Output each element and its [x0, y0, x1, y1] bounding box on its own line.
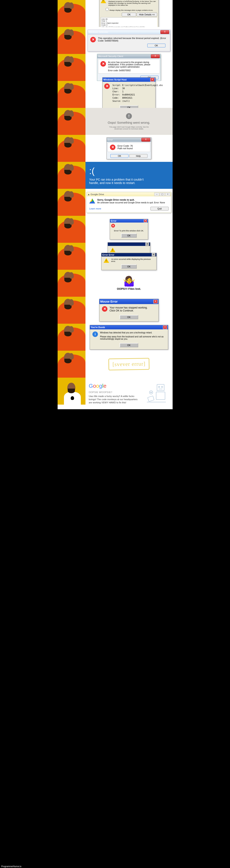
row-ie: Internet Explorer × Problems with this W… [58, 0, 173, 27]
drake-no [58, 270, 85, 297]
bsod-face: :( [89, 166, 144, 176]
pane-google: Google OOPSIE WOOPSIE!! Uwu We made a fu… [85, 378, 173, 409]
printok-ok-button[interactable]: OK [121, 234, 137, 238]
meme-container: Internet Explorer × Problems with this W… [58, 0, 173, 409]
oops-heading: Oops! Something went wrong. [106, 121, 152, 124]
err76-titlebar: Error X [107, 137, 151, 142]
svg-rect-0 [157, 384, 164, 391]
bsod-line1: Your PC ran into a problem that it could… [89, 178, 144, 181]
drake-yes [58, 378, 85, 405]
gdrive-text: An unknown issue occurred and Google Dri… [97, 202, 169, 204]
defender-text: This operation returned because the time… [98, 37, 168, 42]
mouse-close-icon[interactable]: × [153, 300, 157, 304]
drake-no [58, 54, 85, 81]
crayon-text: [svever errur] [108, 358, 149, 370]
pane-bsod: :( Your PC ran into a problem that it co… [85, 162, 173, 189]
oops-sub: This page didn't load Google Maps correc… [106, 126, 152, 130]
row-mouse: Mouse Error × ✕ Your mouse has stopped w… [58, 297, 173, 324]
info-icon: i [92, 332, 98, 337]
row-wsh: Windows Script Host × ✕ Script:E:\script… [58, 81, 173, 108]
gdrive-quit-button[interactable]: Quit [150, 207, 169, 211]
row-bsod: :( Your PC ran into a problem that it co… [58, 162, 173, 189]
svg-rect-1 [156, 392, 165, 400]
shrug-emoji-icon: 🤷‍♀️ [117, 276, 141, 286]
google-logo: Google [89, 383, 140, 389]
msec-title: Microsoft Security Client [98, 55, 123, 58]
errerr-text: An error occurred while displaying the p… [111, 258, 154, 262]
drake-no [58, 216, 85, 243]
gdrive-close-icon[interactable]: × [165, 193, 170, 196]
row-defender: Windows Defender X ✕ This operation retu… [58, 27, 173, 54]
drake-no [58, 297, 85, 324]
gdrive-heading: Sorry, Google Drive needs to quit. [97, 198, 169, 201]
drake-no [58, 27, 85, 54]
drake-no [58, 81, 85, 108]
row-dumb: You're Dumb × i Windows has detected tha… [58, 324, 173, 351]
mouse-ok-button[interactable]: OK [120, 315, 138, 319]
row-shrug: 🤷‍♀️ OOPS!!! Files lost. [58, 270, 173, 297]
exclaim-icon: ! [126, 113, 132, 119]
drake-no [58, 108, 85, 135]
msec-close-icon[interactable]: X [151, 54, 160, 58]
shrug-text: OOPS!!! Files lost. [117, 287, 141, 290]
drake-no [58, 0, 85, 27]
pane-ie: Internet Explorer × Problems with this W… [85, 0, 173, 27]
err76-help-button[interactable]: Help [130, 154, 147, 158]
row-errerr: × Error Error × An error occurred while … [58, 243, 173, 270]
pane-mouse: Mouse Error × ✕ Your mouse has stopped w… [85, 297, 173, 324]
drake-no [58, 324, 85, 351]
wsh-close-icon[interactable]: × [150, 78, 154, 82]
pane-errerr: × Error Error × An error occurred while … [85, 243, 173, 270]
dumb-titlebar: You're Dumb × [90, 325, 168, 329]
err76-close-icon[interactable]: X [141, 138, 150, 142]
ie-text: Problems with this Web page might preven… [108, 0, 157, 6]
err76-ok-button[interactable]: OK [110, 154, 128, 158]
mouse-titlebar: Mouse Error × [99, 299, 159, 304]
google-text: Uwu We made a fucky wucky!! A wittle fuc… [89, 395, 140, 404]
wsh-titlebar: Windows Script Host × [103, 78, 155, 82]
dumb-close-icon[interactable]: × [163, 326, 167, 329]
ie-ok-button[interactable]: OK [122, 13, 136, 17]
gdrive-max-icon[interactable]: ▢ [160, 193, 165, 196]
err76-msg: Path not found [118, 147, 133, 150]
pane-shrug: 🤷‍♀️ OOPS!!! Files lost. [85, 270, 173, 297]
err76-code: Error Code: 76 [118, 145, 133, 147]
printok-titlebar: Error × [110, 219, 148, 222]
msec-titlebar: Microsoft Security Client X [97, 54, 161, 58]
drake-no [58, 351, 85, 378]
drake-no [58, 162, 85, 189]
svg-point-3 [162, 386, 163, 388]
errerr-ok-button[interactable]: OK [121, 265, 137, 269]
google-heading: OOPSIE WOOPSIE!! [89, 391, 140, 394]
error-icon: ✕ [102, 306, 107, 312]
drake-no [58, 189, 85, 216]
svg-rect-4 [147, 396, 154, 401]
error-icon: ✕ [111, 224, 115, 227]
errerr-back-close[interactable]: × [145, 243, 149, 246]
printok-text: Error! To print this window click OK. [110, 229, 148, 234]
pane-crayon: [svever errur] [85, 351, 173, 378]
printok-close-icon[interactable]: × [144, 219, 147, 222]
pane-msec: Microsoft Security Client X ✕ An error h… [85, 54, 173, 81]
defender-title: Windows Defender [89, 31, 108, 33]
dumb-ok-button[interactable]: OK [120, 343, 138, 347]
pane-err76: Error X ✕ Error Code: 76 Path not found … [85, 135, 173, 162]
pane-gdrive: ▲ Google Drive – ▢ × Sorry, Google Drive… [85, 189, 173, 216]
drake-no [58, 243, 85, 270]
row-printok: Error × ✕ Error! To print this window cl… [58, 216, 173, 243]
pane-dumb: You're Dumb × i Windows has detected tha… [85, 324, 173, 351]
defender-close-icon[interactable]: X [161, 30, 169, 34]
ie-details-button[interactable]: Hide Details << [137, 13, 157, 17]
gdrive-learnmore-link[interactable]: Learn more [89, 207, 101, 210]
errerr-close-icon[interactable]: × [152, 253, 155, 256]
defender-titlebar: Windows Defender X [88, 30, 170, 34]
broken-robot-icon [144, 382, 169, 405]
gdrive-min-icon[interactable]: – [154, 193, 159, 196]
pane-oops: ! Oops! Something went wrong. This page … [85, 108, 173, 135]
warning-icon [110, 248, 115, 252]
error-icon: ✕ [110, 145, 115, 150]
drake-no [58, 135, 85, 162]
defender-ok-button[interactable]: OK [147, 43, 166, 48]
error-icon: ✕ [100, 61, 106, 67]
ie-checkbox[interactable] [106, 8, 109, 11]
